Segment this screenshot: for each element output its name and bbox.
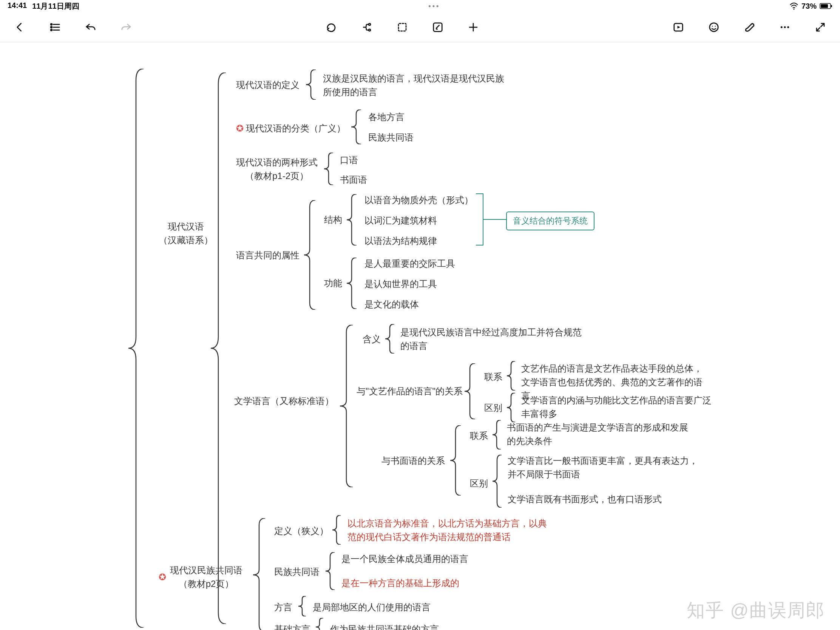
- n4-s3[interactable]: 以语法为结构规律: [365, 234, 437, 248]
- n4-s2[interactable]: 以词汇为建筑材料: [365, 214, 437, 227]
- brace-n6def: [332, 515, 341, 545]
- svg-point-12: [710, 23, 718, 32]
- outline-icon[interactable]: [47, 19, 63, 35]
- n5-r1-link[interactable]: 联系: [484, 370, 502, 384]
- n6-base-label[interactable]: 基础方言: [274, 622, 311, 630]
- brace-n1: [306, 69, 316, 100]
- n6-dial-desc[interactable]: 是局部地区的人们使用的语言: [313, 600, 431, 614]
- brace-n5r1: [464, 363, 475, 419]
- undo-icon[interactable]: [82, 19, 99, 35]
- n5-m-label[interactable]: 含义: [363, 332, 381, 346]
- svg-point-5: [51, 27, 52, 28]
- n6-com-c2[interactable]: 是在一种方言的基础上形成的: [341, 576, 459, 590]
- svg-point-16: [784, 26, 786, 28]
- star-icon: ✪: [236, 123, 244, 133]
- n6-dial-label[interactable]: 方言: [274, 600, 292, 614]
- svg-point-0: [793, 9, 794, 10]
- watermark: 知乎 @曲误周郎: [687, 598, 825, 622]
- star-icon: ✪: [159, 570, 166, 584]
- wifi-icon: [789, 2, 799, 10]
- brace-n6base: [316, 618, 323, 630]
- n6-com-c1[interactable]: 是一个民族全体成员通用的语言: [341, 552, 468, 566]
- brace-n4: [304, 200, 315, 310]
- n2-label[interactable]: ✪现代汉语的分类（广义）: [236, 122, 346, 135]
- n5-r1-diff-desc[interactable]: 文学语言的内涵与功能比文艺作品的语言要广泛丰富得多: [521, 393, 718, 421]
- brace-n5r1d: [507, 393, 515, 422]
- n4-f2[interactable]: 是认知世界的工具: [365, 277, 437, 291]
- root-line2: （汉藏语系）: [159, 234, 213, 247]
- brush-icon[interactable]: [741, 19, 758, 35]
- edit-icon[interactable]: [429, 19, 446, 35]
- root-node[interactable]: 现代汉语 （汉藏语系）: [159, 220, 213, 247]
- n3-label[interactable]: 现代汉语的两种形式 （教材p1-2页）: [236, 156, 317, 183]
- branch-icon[interactable]: [358, 19, 375, 35]
- n4-s1[interactable]: 以语音为物质外壳（形式）: [365, 193, 473, 207]
- n2-c2[interactable]: 民族共同语: [368, 131, 414, 144]
- n3-c1[interactable]: 口语: [340, 153, 358, 167]
- svg-point-14: [715, 26, 716, 27]
- brace-n5r2: [450, 425, 461, 496]
- fullscreen-icon[interactable]: [812, 19, 829, 35]
- n6-def-desc[interactable]: 以北京语音为标准音，以北方话为基础方言，以典范的现代白话文著作为语法规范的普通话: [347, 517, 551, 544]
- n4-annot[interactable]: 音义结合的符号系统: [506, 212, 595, 231]
- root-line1: 现代汉语: [159, 220, 213, 234]
- n6-label[interactable]: ✪ 现代汉民族共同语 （教材p2页）: [170, 564, 243, 591]
- brace-n5m: [385, 324, 394, 354]
- n1-label[interactable]: 现代汉语的定义: [236, 78, 300, 92]
- svg-point-8: [369, 29, 371, 31]
- play-icon[interactable]: [670, 19, 687, 35]
- annot-connector: [483, 219, 506, 220]
- n4-f1[interactable]: 是人最重要的交际工具: [365, 257, 455, 270]
- n5-r1-label[interactable]: 与"文艺作品的语言"的关系: [357, 385, 463, 398]
- n2-c1[interactable]: 各地方言: [368, 110, 404, 124]
- n1-desc[interactable]: 汉族是汉民族的语言，现代汉语是现代汉民族所使用的语言: [323, 72, 504, 99]
- n5-r2-link[interactable]: 联系: [470, 429, 488, 443]
- n5-r2-diff[interactable]: 区别: [470, 477, 488, 490]
- lasso-undo-icon[interactable]: [323, 19, 339, 35]
- add-icon[interactable]: [465, 19, 482, 35]
- brace-n4s: [347, 194, 357, 245]
- brace-n4f: [347, 257, 357, 309]
- n4-func[interactable]: 功能: [324, 276, 342, 290]
- toolbar: [0, 12, 840, 42]
- svg-point-15: [781, 26, 783, 28]
- n5-r2-link-desc[interactable]: 书面语的产生与演进是文学语言的形成和发展的先决条件: [507, 421, 696, 448]
- status-bar: 14:41 11月11日周四 ••• 73%: [0, 0, 840, 12]
- ios-grabber: •••: [79, 2, 789, 10]
- n6-def-label[interactable]: 定义（狭义）: [274, 524, 328, 538]
- status-time: 14:41: [8, 1, 27, 11]
- brace-n5r1l: [507, 361, 515, 390]
- n5-r2-diff-d2[interactable]: 文学语言既有书面形式，也有口语形式: [508, 493, 662, 506]
- svg-point-7: [369, 24, 371, 25]
- svg-rect-3: [831, 5, 832, 7]
- n4-f3[interactable]: 是文化的载体: [365, 298, 419, 311]
- emoji-icon[interactable]: [706, 19, 722, 35]
- status-date: 11月11日周四: [32, 1, 79, 11]
- n5-r1-diff[interactable]: 区别: [484, 401, 502, 415]
- brace-n5r2l: [493, 420, 501, 450]
- brace-n5: [340, 325, 353, 487]
- brace-root: [128, 69, 144, 628]
- battery-percent: 73%: [802, 2, 816, 11]
- n4-label[interactable]: 语言共同的属性: [236, 248, 300, 262]
- n6-base-desc[interactable]: 作为民族共同语基础的方言: [330, 622, 439, 630]
- redo-icon[interactable]: [118, 19, 134, 35]
- brace-n6: [253, 518, 265, 630]
- n6-com-label[interactable]: 民族共同语: [274, 565, 319, 579]
- battery-icon: [819, 3, 832, 9]
- svg-point-4: [51, 24, 52, 25]
- mindmap-canvas[interactable]: 现代汉语 （汉藏语系） 现代汉语的定义 汉族是汉民族的语言，现代汉语是现代汉民族…: [0, 42, 840, 630]
- n3-c2[interactable]: 书面语: [340, 173, 367, 186]
- n5-r2-diff-d1[interactable]: 文学语言比一般书面语更丰富，更具有表达力，并不局限于书面语: [508, 454, 704, 481]
- svg-rect-9: [398, 24, 406, 31]
- n4-struct[interactable]: 结构: [324, 213, 342, 227]
- svg-point-17: [787, 26, 789, 28]
- more-icon[interactable]: [777, 19, 793, 35]
- brace-n6com: [325, 552, 335, 590]
- brace-n3: [324, 153, 333, 185]
- n5-m-desc[interactable]: 是现代汉民族语言中经过高度加工并符合规范的语言: [400, 325, 582, 353]
- n5-r2-label[interactable]: 与书面语的关系: [382, 454, 445, 467]
- back-icon[interactable]: [11, 19, 28, 35]
- n5-label[interactable]: 文学语言（又称标准语）: [234, 394, 334, 408]
- marquee-icon[interactable]: [394, 19, 411, 35]
